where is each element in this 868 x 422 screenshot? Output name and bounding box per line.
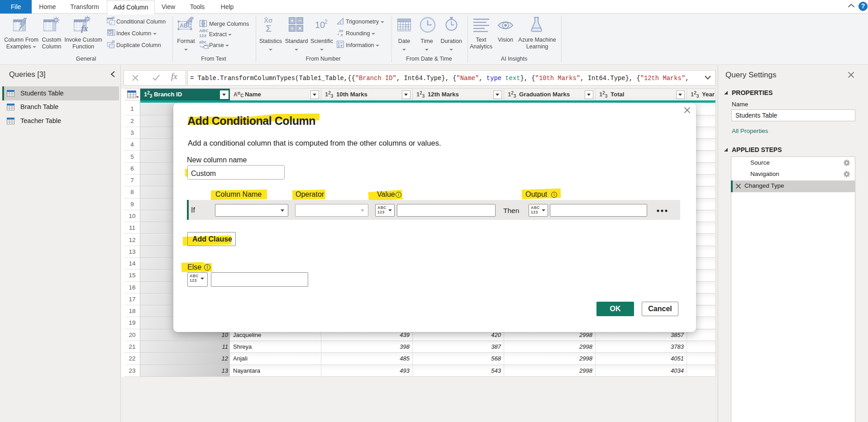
svg-text:.00: .00: [338, 29, 343, 33]
svg-text:2: 2: [324, 19, 328, 25]
svg-text:≠: ≠: [110, 21, 113, 25]
svg-text:−: −: [298, 17, 302, 24]
svg-text:3: 3: [338, 45, 339, 48]
svg-text:123: 123: [199, 33, 206, 38]
svg-text:×: ×: [298, 25, 302, 32]
svg-text:3: 3: [113, 34, 114, 36]
svg-text:+: +: [291, 17, 294, 24]
svg-text:.0: .0: [340, 33, 343, 37]
svg-text:fx: fx: [81, 24, 88, 33]
svg-text:1: 1: [338, 42, 339, 45]
svg-text:abc: abc: [199, 40, 206, 44]
svg-text:10: 10: [315, 20, 325, 30]
svg-text:ABC: ABC: [199, 28, 209, 33]
svg-text:Σ: Σ: [266, 23, 272, 33]
svg-text:÷: ÷: [291, 25, 294, 32]
svg-text:ABC: ABC: [180, 23, 191, 29]
